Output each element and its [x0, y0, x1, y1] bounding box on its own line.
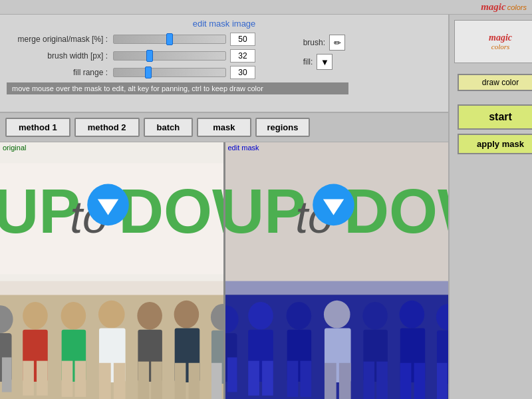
svg-rect-17	[37, 361, 48, 396]
svg-rect-75	[225, 281, 449, 399]
method1-button[interactable]: method 1	[5, 118, 70, 137]
brush-width-slider[interactable]	[113, 51, 226, 61]
original-label: original	[3, 144, 26, 152]
start-button[interactable]: start	[458, 104, 533, 130]
svg-text:DOWN: DOWN	[118, 176, 223, 246]
edit-mask-label: edit mask	[228, 144, 259, 152]
svg-rect-36	[211, 363, 222, 399]
svg-rect-13	[2, 357, 12, 392]
fill-range-label: fill range :	[7, 68, 113, 77]
merge-label: merge original/mask [%] :	[7, 35, 113, 44]
svg-rect-29	[151, 362, 162, 399]
svg-text:UP: UP	[0, 176, 80, 246]
svg-text:UP: UP	[225, 176, 306, 246]
edit-mask-panel-view: edit mask UP to DOWN .com	[225, 142, 449, 399]
edit-mask-panel: edit mask image merge original/mask [%] …	[0, 15, 448, 113]
svg-rect-16	[23, 361, 34, 396]
svg-point-14	[23, 302, 48, 330]
hint-bar: move mouse over the mask to edit, alt ke…	[7, 82, 348, 94]
batch-button[interactable]: batch	[144, 118, 194, 137]
original-panel: original UP to DOWN	[0, 142, 225, 399]
right-panel: magic colors draw color start apply mask	[448, 15, 532, 399]
logo-sub: colors	[507, 3, 527, 11]
apply-mask-button[interactable]: apply mask	[458, 134, 533, 154]
svg-text:DOWN: DOWN	[344, 176, 448, 246]
merge-value[interactable]	[230, 33, 255, 46]
svg-rect-33	[189, 363, 200, 399]
svg-rect-20	[62, 361, 73, 397]
svg-rect-25	[114, 363, 126, 399]
svg-rect-32	[175, 363, 186, 399]
fill-label: fill:	[303, 57, 313, 66]
fill-range-slider[interactable]	[113, 68, 226, 77]
svg-point-26	[137, 302, 162, 330]
svg-rect-24	[99, 363, 111, 399]
brush-width-label: brush width [px] :	[7, 51, 113, 61]
svg-rect-21	[74, 361, 86, 397]
mask-button[interactable]: mask	[197, 118, 251, 137]
original-image: UP to DOWN .com	[0, 142, 223, 399]
regions-button[interactable]: regions	[255, 118, 311, 137]
draw-color-button[interactable]: draw color	[458, 74, 533, 91]
fill-range-value[interactable]	[230, 66, 255, 79]
edit-mask-title: edit mask image	[7, 19, 442, 29]
fill-icon-btn[interactable]: ▼	[317, 54, 332, 70]
brush-width-value[interactable]	[230, 49, 255, 63]
logo-area: magic colors	[454, 20, 533, 63]
method2-button[interactable]: method 2	[74, 118, 140, 137]
mask-image: UP to DOWN .com	[225, 142, 449, 399]
merge-slider[interactable]	[113, 35, 226, 44]
svg-point-18	[61, 302, 86, 330]
logo: magic	[481, 1, 506, 13]
svg-point-30	[174, 301, 200, 329]
method-buttons-bar: method 1 method 2 batch mask regions	[0, 113, 448, 142]
brush-icon-btn[interactable]: ✏	[329, 35, 345, 51]
brush-label: brush:	[303, 38, 325, 47]
svg-rect-28	[138, 362, 149, 399]
svg-point-22	[98, 301, 125, 329]
